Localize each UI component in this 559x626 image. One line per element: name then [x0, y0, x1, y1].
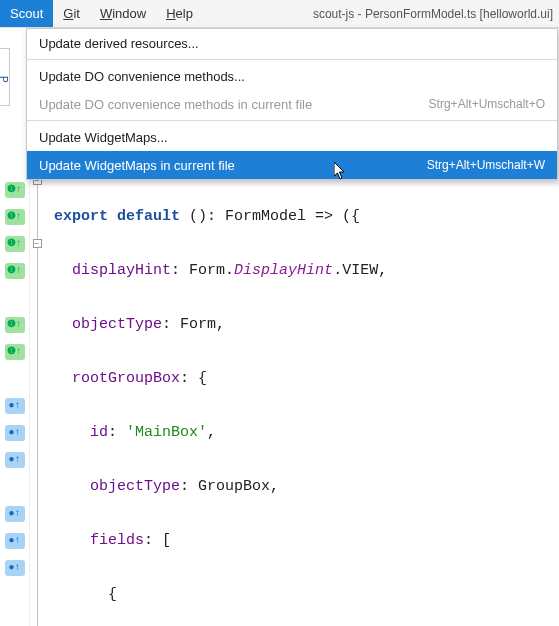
side-tab[interactable]: P: [0, 48, 10, 106]
marker-icon: ❶↑: [5, 236, 25, 252]
menu-window[interactable]: Window: [90, 0, 156, 27]
window-title: scout-js - PersonFormModel.ts [helloworl…: [307, 0, 559, 27]
marker-icon: ❶↑: [5, 209, 25, 225]
menu-help[interactable]: Help: [156, 0, 203, 27]
marker-icon: ❶↑: [5, 182, 25, 198]
marker-icon: ❶↑: [5, 344, 25, 360]
menu-separator: [27, 120, 557, 121]
cursor-icon: [334, 162, 348, 186]
marker-icon: ●↑: [5, 425, 25, 441]
marker-icon: ●↑: [5, 533, 25, 549]
scout-menu-dropdown: Update derived resources... Update DO co…: [26, 28, 558, 180]
marker-icon: ❶↑: [5, 317, 25, 333]
marker-icon: ●↑: [5, 398, 25, 414]
marker-icon: ●↑: [5, 506, 25, 522]
marker-icon: ●↑: [5, 560, 25, 576]
menu-update-widgetmaps-current[interactable]: Update WidgetMaps in current file Strg+A…: [27, 151, 557, 179]
menu-bar: Scout Git Window Help scout-js - PersonF…: [0, 0, 559, 28]
menu-scout[interactable]: Scout: [0, 0, 53, 27]
menu-separator: [27, 59, 557, 60]
marker-icon: ●↑: [5, 452, 25, 468]
menu-git[interactable]: Git: [53, 0, 90, 27]
menu-update-do-current: Update DO convenience methods in current…: [27, 90, 557, 118]
menu-update-do[interactable]: Update DO convenience methods...: [27, 62, 557, 90]
menu-update-derived[interactable]: Update derived resources...: [27, 29, 557, 57]
menu-update-widgetmaps[interactable]: Update WidgetMaps...: [27, 123, 557, 151]
marker-icon: ❶↑: [5, 263, 25, 279]
fold-collapse-icon[interactable]: −: [33, 239, 42, 248]
